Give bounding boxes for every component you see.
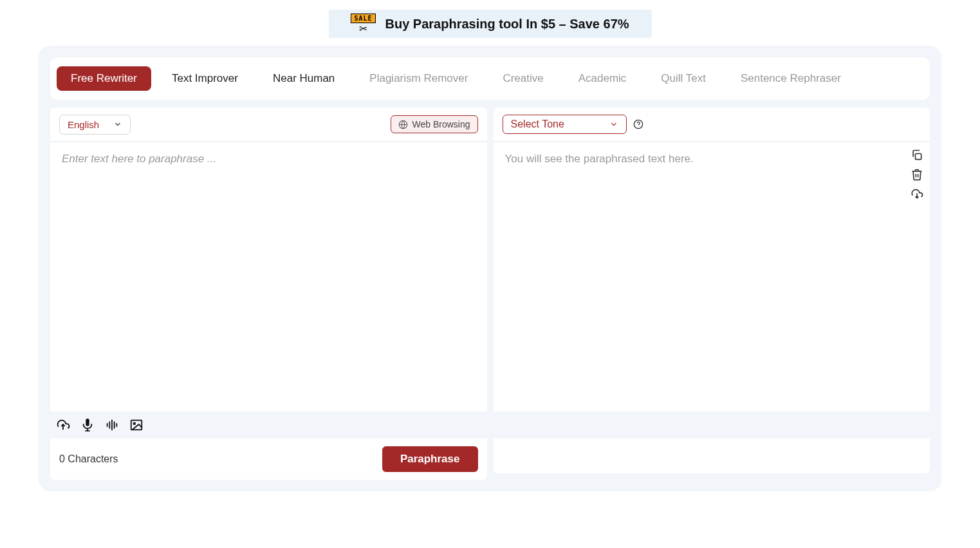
svg-rect-12 — [916, 154, 921, 160]
audio-wave-icon[interactable] — [104, 418, 120, 432]
input-panel-header: English Web Browsing — [50, 108, 487, 141]
download-cloud-icon[interactable] — [911, 187, 923, 200]
character-count: 0 Characters — [59, 453, 118, 465]
tab-academic[interactable]: Academic — [564, 66, 641, 91]
output-panel-footer — [494, 437, 930, 473]
copy-icon[interactable] — [911, 149, 923, 162]
sale-icon: SALE ✂ — [351, 14, 375, 34]
image-icon[interactable] — [129, 418, 144, 432]
input-panel: English Web Browsing Enter text here to … — [50, 108, 487, 480]
svg-point-9 — [133, 422, 135, 424]
tab-plagiarism-remover[interactable]: Plagiarism Remover — [355, 66, 482, 91]
help-icon[interactable] — [633, 119, 643, 129]
input-toolbar — [50, 411, 487, 437]
tab-creative[interactable]: Creative — [488, 66, 557, 91]
banner-text: Buy Paraphrasing tool In $5 – Save 67% — [385, 17, 629, 32]
input-textarea[interactable]: Enter text here to paraphrase ... — [50, 141, 487, 411]
chevron-down-icon — [113, 120, 122, 129]
output-toolbar-spacer — [494, 411, 930, 437]
tone-select-label: Select Tone — [511, 118, 564, 130]
paraphrase-button[interactable]: Paraphrase — [382, 446, 478, 472]
chevron-down-icon — [609, 120, 618, 129]
language-select-label: English — [68, 119, 99, 130]
microphone-icon[interactable] — [80, 418, 95, 432]
output-panel-header: Select Tone — [494, 108, 930, 141]
scissors-icon: ✂ — [359, 24, 367, 34]
output-placeholder: You will see the paraphrased text here. — [505, 153, 694, 165]
input-placeholder: Enter text here to paraphrase ... — [62, 153, 216, 165]
tab-quill-text[interactable]: Quill Text — [647, 66, 720, 91]
tone-select[interactable]: Select Tone — [503, 115, 627, 134]
panels: English Web Browsing Enter text here to … — [50, 108, 930, 480]
output-textarea: You will see the paraphrased text here. — [494, 141, 930, 411]
tab-free-rewriter[interactable]: Free Rewriter — [57, 66, 151, 91]
sale-tag: SALE — [351, 14, 375, 23]
upload-cloud-icon[interactable] — [55, 418, 71, 432]
output-panel: Select Tone You will see the paraphrased… — [494, 108, 930, 480]
web-browsing-button[interactable]: Web Browsing — [391, 115, 477, 133]
input-panel-footer: 0 Characters Paraphrase — [50, 437, 487, 480]
output-actions — [911, 149, 923, 200]
trash-icon[interactable] — [911, 168, 923, 181]
promo-banner[interactable]: SALE ✂ Buy Paraphrasing tool In $5 – Sav… — [329, 10, 652, 38]
svg-point-10 — [634, 120, 642, 128]
tab-text-improver[interactable]: Text Improver — [158, 66, 252, 91]
tab-sentence-rephraser[interactable]: Sentence Rephraser — [726, 66, 855, 91]
main-card: Free Rewriter Text Improver Near Human P… — [39, 46, 941, 491]
mode-tabs: Free Rewriter Text Improver Near Human P… — [50, 57, 930, 100]
tab-near-human[interactable]: Near Human — [259, 66, 349, 91]
globe-icon — [398, 120, 408, 129]
language-select[interactable]: English — [59, 115, 131, 135]
web-browsing-label: Web Browsing — [412, 119, 470, 129]
